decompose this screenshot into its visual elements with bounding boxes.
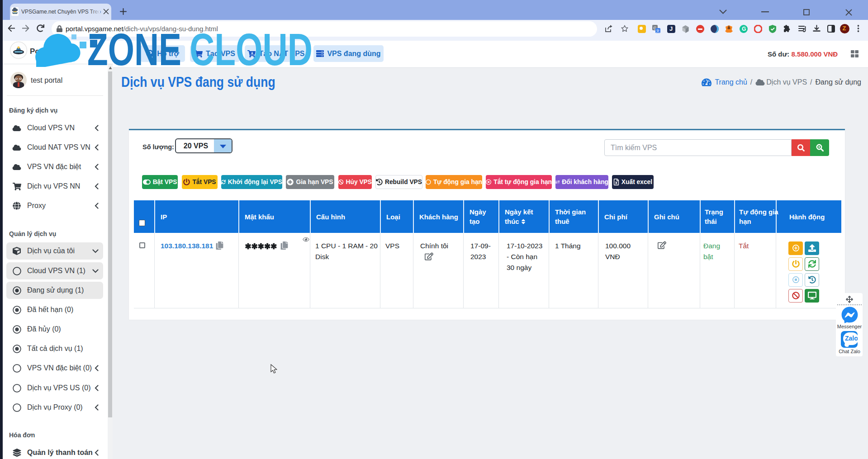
svg-text:文: 文 xyxy=(656,29,660,33)
